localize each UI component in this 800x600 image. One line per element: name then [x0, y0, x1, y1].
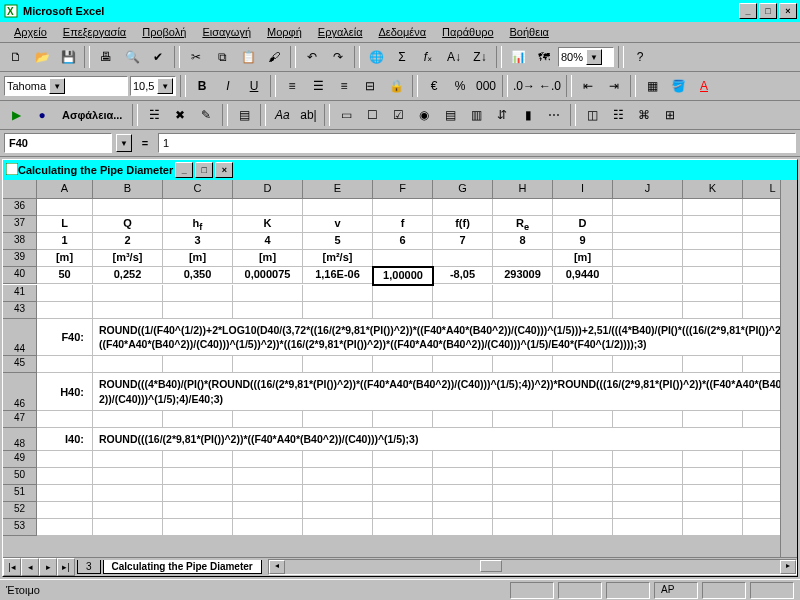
currency-icon[interactable]: € — [422, 74, 446, 98]
row-36[interactable]: 36 — [3, 199, 37, 216]
minimize-button[interactable]: _ — [739, 3, 757, 19]
copy-icon[interactable]: ⧉ — [210, 45, 234, 69]
fx-label[interactable]: = — [136, 137, 154, 149]
dec-decimal-icon[interactable]: ←.0 — [538, 74, 562, 98]
props-icon[interactable]: ☷ — [606, 103, 630, 127]
fill-color-icon[interactable]: 🪣 — [666, 74, 690, 98]
font-size-combo[interactable]: 10,5▼ — [130, 76, 176, 96]
row-37[interactable]: 37 — [3, 216, 37, 233]
col-K[interactable]: K — [683, 180, 743, 199]
undo-icon[interactable]: ↶ — [300, 45, 324, 69]
row-49[interactable]: 49 — [3, 451, 37, 468]
preview-icon[interactable]: 🔍 — [120, 45, 144, 69]
formula-label-F40[interactable]: F40: — [37, 319, 93, 356]
wb-minimize-button[interactable]: _ — [175, 162, 193, 178]
row-51[interactable]: 51 — [3, 485, 37, 502]
redo-icon[interactable]: ↷ — [326, 45, 350, 69]
row-44[interactable]: 44 — [3, 319, 37, 356]
cell-C37[interactable]: hf — [163, 216, 233, 233]
cell-A37[interactable]: L — [37, 216, 93, 233]
tool3-icon[interactable]: ✎ — [194, 103, 218, 127]
col-C[interactable]: C — [163, 180, 233, 199]
tab-next-icon[interactable]: ▸ — [39, 558, 57, 576]
inc-decimal-icon[interactable]: .0→ — [512, 74, 536, 98]
formula-input[interactable]: 1 — [158, 133, 796, 153]
option-icon[interactable]: ◉ — [412, 103, 436, 127]
label-icon[interactable]: Aa — [270, 103, 294, 127]
align-left-icon[interactable]: ≡ — [280, 74, 304, 98]
maximize-button[interactable]: □ — [759, 3, 777, 19]
new-icon[interactable]: 🗋 — [4, 45, 28, 69]
underline-icon[interactable]: U — [242, 74, 266, 98]
vertical-scrollbar[interactable] — [780, 180, 797, 557]
lock-icon[interactable]: 🔒 — [384, 74, 408, 98]
name-box[interactable]: F40 — [4, 133, 112, 153]
cell-F40-selected[interactable]: 1,00000 — [372, 266, 434, 286]
security-button[interactable]: Ασφάλεια... — [56, 107, 128, 123]
formula-text-F40[interactable]: ROUND((1/(F40^(1/2))+2*LOG10(D40/(3,72*(… — [93, 319, 780, 356]
cut-icon[interactable]: ✂ — [184, 45, 208, 69]
menu-format[interactable]: Μορφή — [259, 24, 310, 40]
tab-first-icon[interactable]: |◂ — [3, 558, 21, 576]
percent-icon[interactable]: % — [448, 74, 472, 98]
cell-B37[interactable]: Q — [93, 216, 163, 233]
menu-help[interactable]: Βοήθεια — [502, 24, 557, 40]
col-I[interactable]: I — [553, 180, 613, 199]
row-50[interactable]: 50 — [3, 468, 37, 485]
formula-label-I40[interactable]: I40: — [37, 428, 93, 451]
open-icon[interactable]: 📂 — [30, 45, 54, 69]
menu-file[interactable]: Αρχείο — [6, 24, 55, 40]
merge-icon[interactable]: ⊟ — [358, 74, 382, 98]
zoom-combo[interactable]: 80%▼ — [558, 47, 614, 67]
row-41[interactable]: 41 — [3, 285, 37, 302]
horizontal-scrollbar[interactable]: ◂ ▸ — [268, 559, 797, 575]
autosum-icon[interactable]: Σ — [390, 45, 414, 69]
select-all[interactable] — [3, 180, 37, 199]
row-45[interactable]: 45 — [3, 356, 37, 373]
row-53[interactable]: 53 — [3, 519, 37, 536]
map-icon[interactable]: 🗺 — [532, 45, 556, 69]
col-D[interactable]: D — [233, 180, 303, 199]
font-color-icon[interactable]: A — [692, 74, 716, 98]
record-icon[interactable]: ● — [30, 103, 54, 127]
comma-icon[interactable]: 000 — [474, 74, 498, 98]
format-painter-icon[interactable]: 🖌 — [262, 45, 286, 69]
textbox-icon[interactable]: ab| — [296, 103, 320, 127]
wb-maximize-button[interactable]: □ — [195, 162, 213, 178]
chart-icon[interactable]: 📊 — [506, 45, 530, 69]
row-47[interactable]: 47 — [3, 411, 37, 428]
font-name-combo[interactable]: Tahoma▼ — [4, 76, 128, 96]
col-F[interactable]: F — [373, 180, 433, 199]
more-icon[interactable]: ⋯ — [542, 103, 566, 127]
spell-icon[interactable]: ✔ — [146, 45, 170, 69]
design-icon[interactable]: ◫ — [580, 103, 604, 127]
row-40[interactable]: 40 — [3, 267, 37, 284]
cell-E37[interactable]: v — [303, 216, 373, 233]
sheet-tab-3[interactable]: 3 — [77, 560, 101, 574]
combobox-icon[interactable]: ▥ — [464, 103, 488, 127]
cell-G37[interactable]: f(f) — [433, 216, 493, 233]
save-icon[interactable]: 💾 — [56, 45, 80, 69]
col-B[interactable]: B — [93, 180, 163, 199]
row-52[interactable]: 52 — [3, 502, 37, 519]
sort-asc-icon[interactable]: A↓ — [442, 45, 466, 69]
tab-prev-icon[interactable]: ◂ — [21, 558, 39, 576]
checkbox-icon[interactable]: ☑ — [386, 103, 410, 127]
bold-icon[interactable]: B — [190, 74, 214, 98]
col-J[interactable]: J — [613, 180, 683, 199]
help-icon[interactable]: ? — [628, 45, 652, 69]
row-38[interactable]: 38 — [3, 233, 37, 250]
row-43[interactable]: 43 — [3, 302, 37, 319]
listbox-icon[interactable]: ▤ — [438, 103, 462, 127]
formula-text-H40[interactable]: ROUND(((4*B40)/(PI()*(ROUND(((16/(2*9,81… — [93, 373, 780, 410]
sort-desc-icon[interactable]: Z↓ — [468, 45, 492, 69]
spreadsheet-grid[interactable]: A B C D E F G H I J K L 36 37 L Q hf K v — [3, 180, 780, 536]
borders-icon[interactable]: ▦ — [640, 74, 664, 98]
tool4-icon[interactable]: ▤ — [232, 103, 256, 127]
row-39[interactable]: 39 — [3, 250, 37, 267]
italic-icon[interactable]: I — [216, 74, 240, 98]
row-46[interactable]: 46 — [3, 373, 37, 410]
menu-insert[interactable]: Εισαγωγή — [194, 24, 259, 40]
menu-data[interactable]: Δεδομένα — [371, 24, 435, 40]
col-H[interactable]: H — [493, 180, 553, 199]
